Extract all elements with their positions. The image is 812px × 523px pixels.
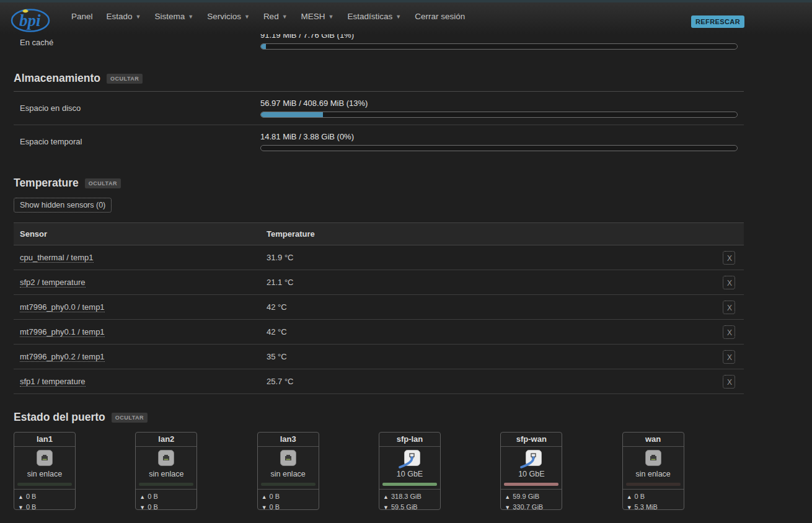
ethernet-port-connected-icon	[399, 450, 421, 468]
sensor-temperature-value: 42 °C	[260, 295, 708, 320]
sensor-link[interactable]: mt7996_phy0.2 / temp1	[20, 352, 105, 362]
port-name: lan2	[136, 433, 196, 447]
storage-progress-bar	[260, 145, 738, 151]
download-arrow-icon: ▼	[505, 504, 510, 511]
port-rx-row: ▼0 B	[139, 502, 196, 512]
port-cards: lan1 sin enlace ▲0 B ▼0 B lan2	[14, 432, 744, 510]
chevron-down-icon: ▼	[282, 14, 288, 20]
upload-arrow-icon: ▲	[139, 494, 145, 500]
port-tx-row: ▲0 B	[627, 491, 684, 502]
nav-item-cerrar-sesion[interactable]: Cerrar sesión▼	[408, 12, 472, 21]
download-arrow-icon: ▼	[383, 504, 389, 511]
port-name: sfp-lan	[379, 433, 440, 447]
show-hidden-sensors-button[interactable]: Show hidden sensors (0)	[14, 198, 112, 213]
remove-sensor-button[interactable]: X	[723, 350, 735, 364]
nav-item-estadisticas[interactable]: Estadísticas▼	[341, 12, 408, 21]
port-traffic-stats: ▲318.3 GiB ▼59.5 GiB	[379, 489, 440, 512]
temperature-table-header-row: Sensor Temperature	[14, 223, 744, 245]
port-traffic-stats: ▲0 B ▼5.3 MiB	[623, 489, 684, 512]
sensor-link[interactable]: sfp1 / temperature	[20, 377, 86, 387]
port-name: lan3	[258, 433, 319, 447]
port-card-lan2: lan2 sin enlace ▲0 B ▼0 B	[135, 432, 197, 510]
remove-sensor-button[interactable]: X	[723, 276, 735, 289]
port-tx-value: 59.9 GiB	[513, 493, 539, 500]
port-rx-row: ▼59.5 GiB	[383, 502, 440, 512]
temperature-section-header: Temperature OCULTAR	[14, 177, 744, 190]
port-traffic-stats: ▲0 B ▼0 B	[136, 489, 196, 512]
ethernet-port-disconnected-icon	[645, 450, 661, 466]
remove-sensor-button[interactable]: X	[723, 375, 735, 389]
download-arrow-icon: ▼	[627, 504, 632, 511]
nav-item-estado[interactable]: Estado▼	[100, 12, 148, 21]
port-rx-value: 5.3 MiB	[635, 503, 658, 511]
port-tx-value: 0 B	[148, 493, 158, 500]
port-link-status: 10 GbE	[379, 470, 440, 480]
storage-row-value: 14.81 MiB / 3.88 GiB (0%)	[260, 132, 738, 142]
temperature-hide-toggle[interactable]: OCULTAR	[85, 178, 121, 188]
port-tx-row: ▲59.9 GiB	[505, 491, 562, 502]
sensor-temperature-value: 35 °C	[260, 345, 708, 369]
storage-rows: Espacio en disco 56.97 MiB / 408.69 MiB …	[14, 91, 744, 158]
nav-item-mesh[interactable]: MESH▼	[294, 12, 341, 21]
port-tx-value: 0 B	[635, 493, 645, 500]
port-card-sfp-lan: sfp-lan 10 GbE ▲318.3 GiB ▼59.5 GiB	[379, 432, 441, 510]
nav-item-sistema[interactable]: Sistema▼	[148, 12, 200, 21]
sensor-temperature-value: 21.1 °C	[260, 270, 708, 295]
port-rx-value: 0 B	[26, 503, 37, 511]
remove-sensor-button[interactable]: X	[723, 325, 735, 339]
port-tx-value: 318.3 GiB	[391, 493, 421, 500]
storage-row-value: 56.97 MiB / 408.69 MiB (13%)	[260, 99, 738, 108]
chevron-down-icon: ▼	[188, 14, 193, 20]
remove-sensor-button[interactable]: X	[723, 251, 735, 265]
port-card-lan1: lan1 sin enlace ▲0 B ▼0 B	[14, 432, 76, 510]
port-link-status: sin enlace	[258, 470, 319, 480]
sensor-link[interactable]: cpu_thermal / temp1	[20, 253, 94, 263]
nav-bar: bpi Panel▼ Estado▼ Sistema▼ Servicios▼ R…	[0, 2, 812, 34]
sensor-temperature-value: 25.7 °C	[260, 369, 708, 394]
bpi-logo[interactable]: bpi	[10, 6, 51, 35]
sensor-temperature-value: 31.9 °C	[260, 245, 708, 270]
ethernet-port-disconnected-icon	[37, 450, 53, 466]
port-name: sfp-wan	[501, 433, 562, 447]
column-header-sensor: Sensor	[14, 223, 260, 245]
nav-item-servicios[interactable]: Servicios▼	[200, 12, 257, 21]
sensor-temperature-value: 42 °C	[260, 320, 708, 345]
sensor-link[interactable]: mt7996_phy0.1 / temp1	[20, 327, 105, 337]
upload-arrow-icon: ▲	[383, 494, 389, 500]
ethernet-port-disconnected-icon	[158, 450, 174, 466]
storage-row: Espacio temporal 14.81 MiB / 3.88 GiB (0…	[14, 125, 744, 158]
port-traffic-stats: ▲0 B ▼0 B	[258, 489, 319, 512]
refresh-button[interactable]: REFRESCAR	[691, 15, 744, 28]
port-card-wan: wan sin enlace ▲0 B ▼5.3 MiB	[622, 432, 684, 510]
ethernet-port-connected-icon	[520, 450, 542, 468]
sensor-row: sfp2 / temperature 21.1 °C X	[14, 270, 744, 295]
main-nav: Panel▼ Estado▼ Sistema▼ Servicios▼ Red▼ …	[64, 12, 472, 21]
nav-item-red[interactable]: Red▼	[257, 12, 294, 21]
port-link-status: 10 GbE	[501, 470, 562, 480]
sensor-row: mt7996_phy0.2 / temp1 35 °C X	[14, 345, 744, 369]
chevron-down-icon: ▼	[136, 14, 141, 20]
nav-item-panel[interactable]: Panel▼	[64, 12, 100, 21]
temperature-section-title: Temperature	[14, 177, 79, 190]
sensor-link[interactable]: sfp2 / temperature	[20, 278, 86, 288]
remove-sensor-button[interactable]: X	[723, 301, 735, 314]
sensor-link[interactable]: mt7996_phy0.0 / temp1	[20, 302, 105, 312]
port-tx-value: 0 B	[26, 493, 37, 500]
upload-arrow-icon: ▲	[627, 494, 632, 500]
port-tx-row: ▲318.3 GiB	[383, 491, 440, 502]
port-status-bar	[139, 483, 193, 486]
port-rx-row: ▼0 B	[262, 502, 319, 512]
storage-row: Espacio en disco 56.97 MiB / 408.69 MiB …	[14, 92, 744, 125]
upload-arrow-icon: ▲	[262, 494, 267, 500]
port-link-status: sin enlace	[14, 470, 75, 480]
port-name: lan1	[14, 433, 75, 447]
port-status-hide-toggle[interactable]: OCULTAR	[112, 413, 148, 423]
port-rx-value: 0 B	[270, 503, 280, 511]
storage-hide-toggle[interactable]: OCULTAR	[107, 74, 143, 84]
port-traffic-stats: ▲59.9 GiB ▼330.7 GiB	[501, 489, 562, 512]
port-status-bar	[17, 483, 72, 486]
port-rx-row: ▼0 B	[18, 502, 75, 512]
storage-row-label: Espacio temporal	[14, 132, 260, 151]
port-tx-row: ▲0 B	[139, 491, 196, 502]
storage-progress-fill	[261, 112, 323, 117]
